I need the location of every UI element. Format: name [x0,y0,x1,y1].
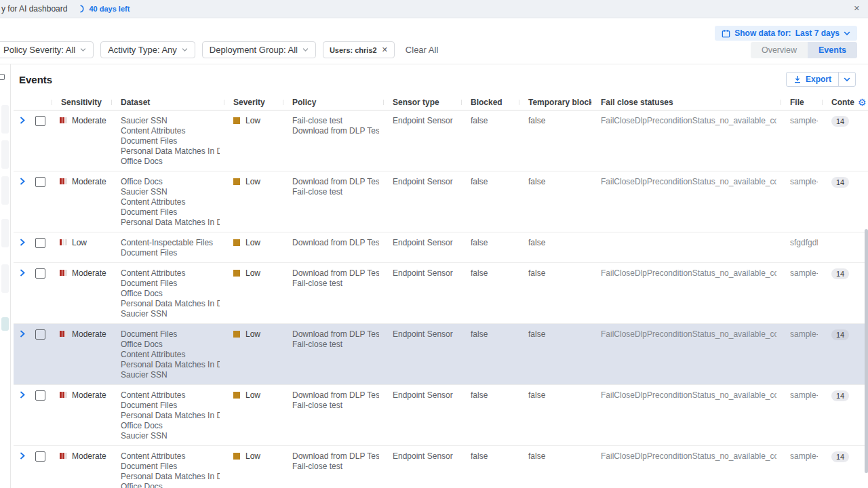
blocked-cell: false [461,446,519,488]
fail-close-status-cell: FailCloseDlpPreconditionStatus_no_availa… [591,263,781,323]
severity-icon [233,239,240,246]
export-button[interactable]: Export [787,73,838,86]
content-count-badge[interactable]: 14 [831,116,849,127]
sensitivity-bar [62,270,64,276]
expand-row-icon [19,391,26,399]
content-count-badge[interactable]: 14 [831,390,849,401]
table-row[interactable]: ModerateSaucier SSNContent AttributesDoc… [14,110,868,171]
dataset-item: Personal Data Matches In D… [121,218,220,228]
sensitivity-bar [62,331,64,337]
row-checkbox-cell [28,263,52,323]
row-checkbox[interactable] [35,238,45,248]
column-settings-gear-icon[interactable]: ⚙ [858,98,867,107]
content-count-badge[interactable]: 14 [831,177,849,188]
column-header-dataset[interactable]: Dataset [111,98,224,107]
sensitivity-bar [62,392,64,398]
row-checkbox[interactable] [35,329,45,340]
sensitivity-bar [65,270,67,276]
column-header-file[interactable]: File [781,98,822,107]
expand-row-button[interactable] [14,110,28,171]
row-checkbox[interactable] [35,116,45,126]
dataset-cell: Content AttributesDocument FilesOffice D… [111,263,224,323]
blocked-cell: false [461,324,519,384]
content-count-badge[interactable]: 14 [831,268,849,279]
filter-dropdown-chip[interactable]: Activity Type: Any [100,41,195,58]
banner-close-icon[interactable]: ✕ [854,4,860,13]
column-header-fail-close-statuses[interactable]: Fail close statuses [591,98,781,107]
expand-row-button[interactable] [14,385,28,445]
dataset-item: Office Docs [121,177,220,187]
sensitivity-level-icon [60,270,67,319]
dataset-item: Personal Data Matches In D… [121,472,220,482]
fail-close-status-cell-value: FailCloseDlpPreconditionStatus_no_availa… [601,268,776,279]
table-row[interactable]: ModerateDocument FilesOffice DocsContent… [14,324,868,385]
sensor-type-cell-value: Endpoint Sensor [393,390,457,401]
dataset-item: Saucier SSN [121,116,220,126]
chevron-down-icon [302,48,309,52]
view-tabs: OverviewEvents [751,42,857,58]
filter-dropdown-chip[interactable]: Policy Severity: All [0,41,94,58]
ghost-block-selected [1,317,9,331]
row-checkbox[interactable] [35,390,45,401]
blocked-cell-value: false [471,329,515,340]
table-row[interactable]: ModerateContent AttributesDocument Files… [14,446,868,488]
temporary-blocked-cell: false [519,171,591,232]
blocked-cell: false [461,232,519,262]
severity-label: Low [245,268,260,319]
expand-row-button[interactable] [14,232,28,262]
column-header-conte[interactable]: Conte⚙ [822,98,868,107]
tab-events[interactable]: Events [808,42,857,58]
sensitivity-label: Low [72,238,87,258]
remove-filter-icon[interactable]: ✕ [382,45,388,54]
date-range-selector[interactable]: Show data for: Last 7 days [715,26,857,41]
expand-row-button[interactable] [14,263,28,323]
policy-item: Fail-close test [292,116,379,126]
sensitivity-level-icon [60,331,67,380]
dataset-cell: Office DocsSaucier SSNContent Attributes… [111,171,224,232]
table-row[interactable]: ModerateContent AttributesDocument Files… [14,263,868,324]
expand-row-button[interactable] [14,446,28,488]
sensitivity-label: Moderate [72,329,106,380]
content-count-badge[interactable]: 14 [831,329,849,340]
cutoff-panel-icon [0,74,5,80]
dataset-item: Saucier SSN [121,431,220,441]
sensor-type-cell-value: Endpoint Sensor [393,116,457,126]
chevron-down-icon [182,48,188,52]
column-header-sensitivity[interactable]: Sensitivity [52,98,111,107]
filter-user-chip[interactable]: Users: chris2✕ [323,41,395,58]
sensitivity-bar [65,178,67,184]
policy-item: Download from DLP Test [292,238,379,248]
expand-row-button[interactable] [14,324,28,384]
table-body: ModerateSaucier SSNContent AttributesDoc… [14,110,868,488]
column-header-temporary-blocked[interactable]: Temporary blocked [519,98,591,107]
column-header-severity[interactable]: Severity [224,98,283,107]
expand-row-button[interactable] [14,171,28,232]
sensor-type-cell-value: Endpoint Sensor [393,238,457,248]
table-row[interactable]: LowContent-Inspectable FilesDocument Fil… [14,232,868,263]
policy-item: Download from DLP Test [292,390,379,401]
row-checkbox[interactable] [35,451,45,462]
sensor-type-cell-value: Endpoint Sensor [393,177,457,187]
table-row[interactable]: ModerateContent AttributesDocument Files… [14,385,868,446]
row-checkbox-cell [28,232,52,262]
severity-label: Low [245,116,260,167]
policy-cell: Download from DLP TestFail-close test [283,263,383,323]
filter-dropdown-chip[interactable]: Deployment Group: All [202,41,316,58]
export-dropdown-button[interactable] [838,73,855,86]
tab-overview[interactable]: Overview [751,42,808,58]
column-header-label: Sensitivity [61,98,102,107]
column-header-blocked[interactable]: Blocked [461,98,519,107]
sensitivity-label: Moderate [72,177,106,228]
expand-row-icon [19,330,26,338]
clear-all-filters-button[interactable]: Clear All [406,45,438,55]
row-checkbox[interactable] [35,268,45,279]
content-count-badge[interactable]: 14 [831,451,849,462]
column-header-sensor-type[interactable]: Sensor type [383,98,461,107]
row-checkbox[interactable] [35,177,45,187]
column-header-policy[interactable]: Policy [283,98,383,107]
vertical-scrollbar[interactable] [865,229,868,473]
sensitivity-label: Moderate [72,268,106,319]
sensitivity-bar [60,178,62,184]
table-row[interactable]: ModerateOffice DocsSaucier SSNContent At… [14,171,868,232]
policy-cell: Download from DLP Test [283,232,383,262]
